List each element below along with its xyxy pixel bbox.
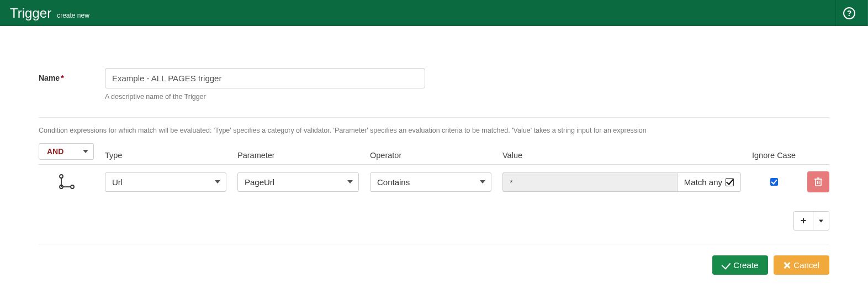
parameter-select[interactable]: PageUrl [237, 172, 359, 192]
add-condition-button[interactable]: + [794, 212, 813, 230]
operator-select[interactable]: Contains [370, 172, 491, 192]
name-input[interactable] [105, 68, 425, 88]
col-head-operator: Operator [370, 151, 491, 160]
col-head-parameter: Parameter [237, 151, 359, 160]
match-any-checkbox-icon [726, 178, 734, 186]
page-title: Trigger [10, 6, 51, 21]
svg-rect-5 [816, 179, 821, 186]
type-select[interactable]: Url [105, 172, 226, 192]
trash-icon [814, 177, 823, 187]
ignore-case-checkbox[interactable] [770, 178, 778, 186]
branch-icon [57, 174, 76, 190]
top-bar: Trigger create new ? [0, 0, 868, 26]
add-condition-dropdown[interactable] [813, 212, 829, 230]
check-icon [722, 260, 731, 269]
col-head-ignore-case: Ignore Case [752, 151, 796, 160]
cancel-button[interactable]: Cancel [774, 255, 829, 275]
svg-point-0 [60, 175, 63, 178]
page-subtitle: create new [57, 12, 89, 19]
value-input[interactable] [502, 172, 677, 192]
conditions-intro: Condition expressions for which match wi… [39, 127, 829, 134]
condition-row: Url PageUrl Contains Match any [39, 171, 829, 192]
help-icon[interactable]: ? [843, 7, 855, 19]
close-icon [784, 262, 790, 269]
name-row: Name* A descriptive name of the Trigger [39, 68, 829, 101]
col-head-value: Value [502, 151, 741, 160]
match-any-toggle[interactable]: Match any [677, 172, 741, 192]
delete-row-button[interactable] [807, 171, 829, 192]
col-head-type: Type [105, 151, 226, 160]
svg-point-4 [71, 185, 74, 188]
logic-select[interactable]: AND [39, 143, 94, 160]
name-label: Name* [39, 68, 105, 82]
create-button[interactable]: Create [712, 255, 768, 275]
name-help-text: A descriptive name of the Trigger [105, 93, 425, 101]
